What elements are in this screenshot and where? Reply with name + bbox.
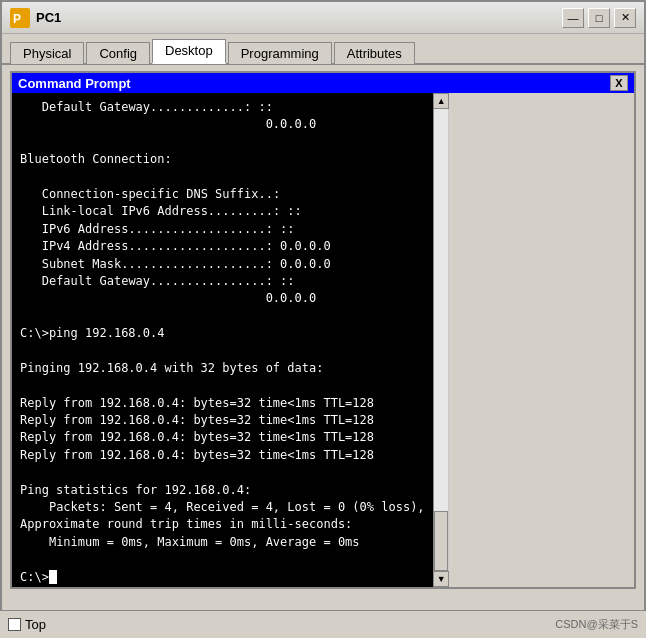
scrollbar-track[interactable] xyxy=(434,109,448,571)
bottom-bar: Top CSDN@采菜于S xyxy=(0,610,646,638)
tab-config[interactable]: Config xyxy=(86,42,150,64)
cmd-body[interactable]: Default Gateway.............: :: 0.0.0.0… xyxy=(12,93,433,587)
watermark: CSDN@采菜于S xyxy=(555,617,638,632)
terminal-output: Default Gateway.............: :: 0.0.0.0… xyxy=(20,99,425,586)
bottom-left: Top xyxy=(8,617,46,632)
title-bar-controls: — □ ✕ xyxy=(562,8,636,28)
tab-attributes[interactable]: Attributes xyxy=(334,42,415,64)
tab-programming[interactable]: Programming xyxy=(228,42,332,64)
tab-physical[interactable]: Physical xyxy=(10,42,84,64)
bottom-label: Top xyxy=(25,617,46,632)
cursor-blink xyxy=(49,570,57,584)
scrollbar: ▲ ▼ xyxy=(433,93,449,587)
scroll-down-button[interactable]: ▼ xyxy=(433,571,449,587)
cmd-window: Command Prompt X Default Gateway........… xyxy=(10,71,636,589)
close-button[interactable]: ✕ xyxy=(614,8,636,28)
svg-text:P: P xyxy=(13,12,21,26)
cmd-close-button[interactable]: X xyxy=(610,75,628,91)
maximize-button[interactable]: □ xyxy=(588,8,610,28)
tab-desktop[interactable]: Desktop xyxy=(152,39,226,64)
title-bar: P PC1 — □ ✕ xyxy=(2,2,644,34)
window-title: PC1 xyxy=(36,10,61,25)
title-bar-left: P PC1 xyxy=(10,8,61,28)
menu-tabs: Physical Config Desktop Programming Attr… xyxy=(2,34,644,65)
scrollbar-thumb[interactable] xyxy=(434,511,448,571)
scroll-up-button[interactable]: ▲ xyxy=(433,93,449,109)
cmd-titlebar: Command Prompt X xyxy=(12,73,634,93)
app-icon: P xyxy=(10,8,30,28)
cmd-title: Command Prompt xyxy=(18,76,131,91)
top-checkbox[interactable] xyxy=(8,618,21,631)
cmd-container: Default Gateway.............: :: 0.0.0.0… xyxy=(12,93,634,587)
minimize-button[interactable]: — xyxy=(562,8,584,28)
